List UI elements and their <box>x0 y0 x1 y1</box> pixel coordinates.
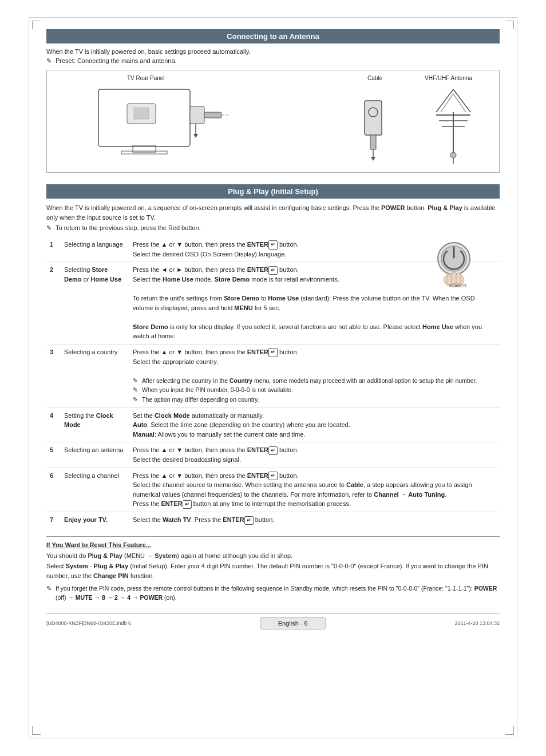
section2-intro: When the TV is initially powered on, a s… <box>46 203 500 222</box>
section2-note: To return to the previous step, press th… <box>46 224 500 231</box>
section1-note: Preset: Connecting the mains and antenna… <box>46 57 500 64</box>
page-container: Connecting to an Antenna When the TV is … <box>29 17 517 738</box>
tv-panel-label: TV Rear Panel <box>127 75 165 81</box>
svg-line-20 <box>453 89 470 112</box>
step-number-7: 7 <box>46 512 61 528</box>
svg-rect-29 <box>452 272 456 284</box>
step-number-4: 4 <box>46 407 61 442</box>
step-label-3: Selecting a country <box>61 344 129 407</box>
svg-line-19 <box>436 89 453 112</box>
step-label-4: Setting the Clock Mode <box>61 407 129 442</box>
step-content-4: Set the Clock Mode automatically or manu… <box>129 407 500 442</box>
svg-marker-14 <box>371 157 375 161</box>
step-number-3: 3 <box>46 344 61 407</box>
section1-intro: When the TV is initially powered on, bas… <box>46 48 500 55</box>
corner-mark-tl <box>32 21 41 29</box>
footer-center: English - 6 <box>260 617 326 630</box>
vhf-label: VHF/UHF Antenna <box>425 75 472 81</box>
step-content-3: Press the ▲ or ▼ button, then press the … <box>129 344 500 407</box>
reset-section: If You Want to Reset This Feature... You… <box>46 536 500 602</box>
svg-rect-30 <box>456 273 461 284</box>
antenna-diagram: TV Rear Panel Cable VHF/UHF Antenna <box>46 70 500 173</box>
svg-rect-8 <box>134 108 149 119</box>
step-row-6: 6 Selecting a channel Press the ▲ or ▼ b… <box>46 468 500 512</box>
step-label-7: Enjoy your TV. <box>61 512 129 528</box>
step-label-1: Selecting a language <box>61 237 129 262</box>
footer-left: [UD4000-XNZF]BN68-03420E.indb 6 <box>46 620 131 626</box>
step-label-6: Selecting a channel <box>61 468 129 512</box>
step-row-7: 7 Enjoy your TV. Select the Watch TV. Pr… <box>46 512 500 528</box>
vhf-antenna-svg <box>419 84 488 164</box>
reset-text-2: Select System - Plug & Play (Initial Set… <box>46 561 500 581</box>
svg-rect-12 <box>370 135 376 149</box>
reset-note: If you forget the PIN code, press the re… <box>46 584 500 603</box>
footer: [UD4000-XNZF]BN68-03420E.indb 6 English … <box>46 613 500 630</box>
step-label-5: Selecting an antenna <box>61 442 129 468</box>
footer-right: 2011-4-28 13:04:32 <box>454 620 500 626</box>
svg-rect-3 <box>190 106 204 124</box>
svg-rect-4 <box>204 112 221 118</box>
svg-rect-10 <box>365 101 382 135</box>
section2-header: Plug & Play (Initial Setup) <box>46 184 500 199</box>
plug-section: Plug & Play (Initial Setup) When the TV … <box>46 184 500 528</box>
power-icon-area: POWER <box>431 237 477 290</box>
section1-header: Connecting to an Antenna <box>46 29 500 43</box>
svg-text:POWER: POWER <box>449 283 466 288</box>
step-number-1: 1 <box>46 237 61 262</box>
step-number-6: 6 <box>46 468 61 512</box>
power-icon: POWER <box>431 237 477 288</box>
cable-svg <box>350 84 396 164</box>
step-row-4: 4 Setting the Clock Mode Set the Clock M… <box>46 407 500 442</box>
svg-point-23 <box>450 152 456 158</box>
cable-label: Cable <box>367 75 382 81</box>
svg-marker-6 <box>193 134 198 138</box>
step-number-2: 2 <box>46 262 61 344</box>
step-number-5: 5 <box>46 442 61 468</box>
step-content-5: Press the ▲ or ▼ button, then press the … <box>129 442 500 468</box>
step-label-2: Selecting Store Demo or Home Use <box>61 262 129 344</box>
step-row-3: 3 Selecting a country Press the ▲ or ▼ b… <box>46 344 500 407</box>
step-content-7: Select the Watch TV. Press the ENTER↵ bu… <box>129 512 500 528</box>
corner-mark-br <box>505 726 514 735</box>
reset-title: If You Want to Reset This Feature... <box>46 541 500 548</box>
corner-mark-bl <box>32 726 41 735</box>
corner-mark-tr <box>505 21 514 29</box>
tv-panel-svg <box>81 84 230 164</box>
reset-text-1: You should do Plug & Play (MENU → System… <box>46 551 500 561</box>
step-content-6: Press the ▲ or ▼ button, then press the … <box>129 468 500 512</box>
step-row-5: 5 Selecting an antenna Press the ▲ or ▼ … <box>46 442 500 468</box>
